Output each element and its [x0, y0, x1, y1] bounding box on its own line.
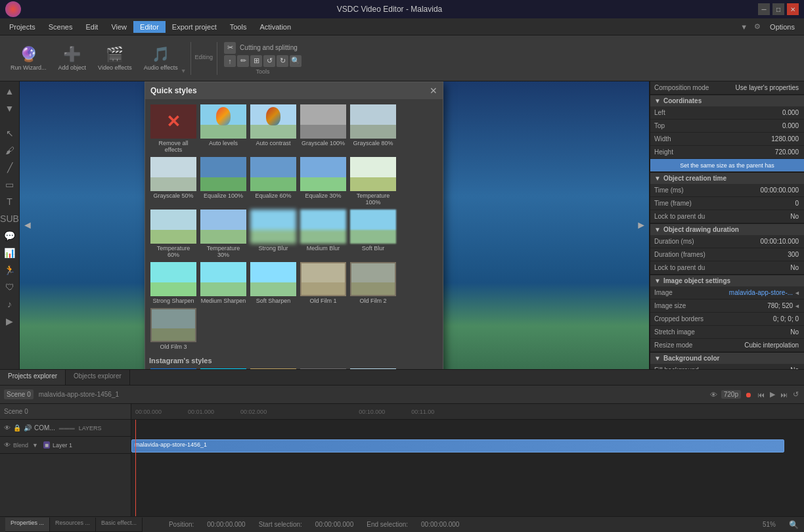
menu-edit[interactable]: Edit — [79, 21, 104, 33]
objects-explorer-tab[interactable]: Objects explorer — [66, 370, 130, 385]
style-grayscale-80[interactable]: Grayscale 80% — [349, 103, 397, 154]
style-lily[interactable]: Lily — [349, 367, 397, 369]
background-color-header[interactable]: ▼ Background color — [650, 353, 804, 364]
sidebar-play-tool[interactable]: ▶ — [3, 314, 17, 328]
sidebar-nav-up[interactable]: ▲ — [3, 84, 17, 99]
image-browse-button[interactable]: ◄ — [794, 290, 800, 296]
video-effects-button[interactable]: 🎬 Video effects — [93, 43, 137, 74]
sidebar-rect-tool[interactable]: ▭ — [3, 177, 17, 192]
scene-prev[interactable]: ◄ — [22, 219, 33, 231]
loop-button[interactable]: ↺ — [792, 390, 800, 399]
skip-forward-button[interactable]: ⏭ — [779, 391, 789, 399]
sidebar-music-tool[interactable]: ♪ — [3, 297, 17, 311]
style-equalize-60[interactable]: Equalize 60% — [249, 156, 298, 207]
coordinates-header[interactable]: ▼ Coordinates — [650, 95, 804, 106]
rotate-tool-left[interactable]: ↺ — [263, 55, 275, 67]
resources-tab[interactable]: Resources ... — [50, 518, 96, 531]
style-temp-60[interactable]: Temperature 60% — [149, 208, 198, 259]
menu-export[interactable]: Export project — [166, 21, 223, 33]
style-soft-sharpen[interactable]: Soft Sharpen — [249, 261, 298, 305]
skip-back-button[interactable]: ⏮ — [756, 391, 766, 399]
same-size-row[interactable]: Set the same size as the parent has — [650, 159, 804, 172]
image-settings-header[interactable]: ▼ Image object settings — [650, 275, 804, 286]
menu-options[interactable]: Options — [763, 21, 801, 33]
style-old-film-2[interactable]: Old Film 2 — [349, 261, 397, 305]
style-grayscale-100[interactable]: Grayscale 100% — [299, 103, 347, 154]
crop-tool[interactable]: ⊞ — [250, 55, 262, 67]
style-sutro[interactable]: Sutro — [299, 367, 347, 369]
sidebar-line-tool[interactable]: ╱ — [3, 160, 17, 175]
app-logo — [5, 1, 21, 17]
record-button[interactable]: ⏺ — [744, 391, 753, 399]
style-strong-sharpen[interactable]: Strong Sharpen — [149, 261, 198, 305]
track-clip[interactable]: malavida-app-store-1456_1 — [131, 439, 784, 453]
style-remove-all[interactable]: ✕ Remove all effects — [149, 103, 198, 154]
style-medium-sharpen[interactable]: Medium Sharpen — [199, 261, 248, 305]
projects-explorer-tab[interactable]: Projects explorer — [0, 370, 66, 385]
pencil-tool[interactable]: ✏ — [237, 55, 249, 67]
eye-icon[interactable]: 👁 — [4, 424, 11, 432]
play-button[interactable]: ▶ — [769, 390, 776, 399]
timeline-zoom-icon: 👁 — [709, 389, 719, 400]
sidebar-sub-tool[interactable]: SUB — [3, 211, 17, 226]
sidebar-text-tool[interactable]: T — [3, 194, 17, 209]
popup-header: Quick styles ✕ — [145, 82, 443, 99]
arrow-icon: ▼ — [32, 442, 38, 449]
rotate-tool-right[interactable]: ↻ — [277, 55, 288, 67]
close-button[interactable]: ✕ — [787, 3, 799, 15]
menu-editor[interactable]: Editor — [133, 21, 166, 33]
minimize-button[interactable]: ─ — [758, 3, 770, 15]
style-strong-blur[interactable]: Strong Blur — [249, 208, 298, 259]
sidebar-chart-tool[interactable]: 📊 — [3, 246, 17, 260]
style-lomo-fi[interactable]: Lomo-fi — [199, 367, 248, 369]
eye-icon-2[interactable]: 👁 — [4, 441, 11, 449]
popup-close-button[interactable]: ✕ — [430, 85, 437, 96]
sidebar-brush-tool[interactable]: 🖌 — [3, 143, 17, 158]
zoom-tool[interactable]: 🔍 — [290, 55, 302, 67]
sidebar-comment-tool[interactable]: 💬 — [3, 229, 17, 243]
end-selection-value: 00:00:00.000 — [421, 521, 459, 528]
style-soft-blur[interactable]: Soft Blur — [349, 208, 397, 259]
sidebar-cursor-tool[interactable]: ↖ — [3, 126, 17, 141]
style-earlybird[interactable]: Earlybird — [249, 367, 298, 369]
select-tool[interactable]: ✂ — [224, 42, 236, 54]
zoom-icon[interactable]: 🔍 — [789, 520, 799, 529]
basic-effect-tab[interactable]: Basic effect... — [96, 518, 143, 531]
menu-view[interactable]: View — [104, 21, 133, 33]
menu-activation[interactable]: Activation — [253, 21, 298, 33]
audio-effects-button[interactable]: 🎵 Audio effects — [139, 43, 183, 74]
menu-projects[interactable]: Projects — [3, 21, 42, 33]
run-wizard-button[interactable]: 🔮 Run Wizard... — [5, 43, 52, 74]
add-object-button[interactable]: ➕ Add object — [53, 43, 92, 74]
menu-scenes[interactable]: Scenes — [42, 21, 79, 33]
time-ms-row: Time (ms) 00:00:00.000 — [650, 184, 804, 197]
style-old-film-1[interactable]: Old Film 1 — [299, 261, 347, 305]
sidebar-person-tool[interactable]: 🏃 — [3, 263, 17, 277]
maximize-button[interactable]: □ — [772, 3, 784, 15]
drawing-duration-header[interactable]: ▼ Object drawing duration — [650, 224, 804, 235]
style-temp-30[interactable]: Temperature 30% — [199, 208, 248, 259]
cutting-label: Cutting and splitting — [237, 44, 300, 51]
position-label: Position: — [169, 521, 194, 528]
width-row: Width 1280.000 — [650, 133, 804, 146]
style-auto-levels[interactable]: Auto levels — [199, 103, 248, 154]
menu-tools[interactable]: Tools — [223, 21, 254, 33]
style-auto-contrast[interactable]: Auto contrast — [249, 103, 298, 154]
sidebar-shield-tool[interactable]: 🛡 — [3, 280, 17, 294]
properties-tab[interactable]: Properties ... — [5, 518, 50, 531]
lock-icon[interactable]: 🔒 — [13, 424, 21, 432]
sidebar-nav-down[interactable]: ▼ — [3, 101, 17, 116]
style-temp-100[interactable]: Temperature 100% — [349, 156, 397, 207]
creation-time-header[interactable]: ▼ Object creation time — [650, 173, 804, 184]
image-size-button[interactable]: ◄ — [794, 303, 800, 309]
time-1: 00:01.000 — [188, 409, 214, 415]
style-equalize-100[interactable]: Equalize 100% — [199, 156, 248, 207]
style-x-pro-ii[interactable]: X-Pro II — [149, 367, 198, 369]
style-medium-blur[interactable]: Medium Blur — [299, 208, 347, 259]
style-equalize-30[interactable]: Equalize 30% — [299, 156, 347, 207]
arrow-tool[interactable]: ↑ — [224, 55, 236, 67]
scene-next[interactable]: ► — [636, 219, 646, 231]
style-old-film-3[interactable]: Old Film 3 — [149, 307, 198, 351]
time-10: 00:10.000 — [359, 409, 385, 415]
style-grayscale-50[interactable]: Grayscale 50% — [149, 156, 198, 207]
